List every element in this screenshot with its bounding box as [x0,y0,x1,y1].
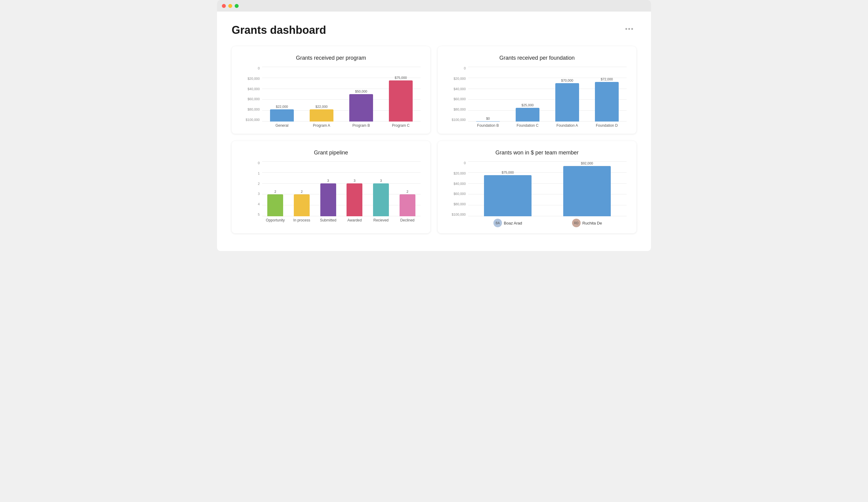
grants-per-foundation-title: Grants received per foundation [447,55,627,61]
y-axis-program: $100,000$80,000$60,000$40,000$20,0000 [241,67,260,122]
chart-body-pipeline: 223332 OpportunityIn processSubmittedAwa… [262,161,421,222]
bar-value-label: $92,000 [581,161,593,165]
bar-value-label: $72,000 [601,77,613,81]
grants-per-program-title: Grants received per program [241,55,421,61]
y-axis-label: $80,000 [241,108,260,111]
bar-group: 3 [315,161,341,216]
main-content: Grants dashboard ••• Grants received per… [217,12,651,251]
x-axis-label: In process [289,218,315,222]
y-axis-label: 0 [447,67,466,70]
grant-pipeline-card: Grant pipeline 543210 223332 Opportunity… [231,141,430,233]
bar-value-label: 2 [301,190,303,194]
x-axis-label: Foundation D [587,123,627,128]
titlebar [217,0,651,12]
bar-value-label: 3 [353,179,355,182]
bar [516,108,539,122]
y-axis-member: $100,000$80,000$60,000$40,000$20,0000 [447,161,466,216]
bar [563,166,611,216]
x-axis-label: Foundation A [547,123,587,128]
bar [320,184,336,216]
y-axis-label: 0 [447,161,466,165]
y-axis-pipeline: 543210 [241,161,260,216]
maximize-dot[interactable] [235,4,239,8]
y-axis-label: $20,000 [447,172,466,175]
bar [484,175,531,216]
bar-value-label: $75,000 [502,170,514,174]
bar-group: $70,000 [547,67,587,122]
close-dot[interactable] [222,4,226,8]
chart-body-program: $22,000$22,000$50,000$75,000 GeneralProg… [262,67,421,128]
member-name: Boaz Arad [504,221,522,226]
bar-group: $22,000 [262,67,302,122]
app-window: Grants dashboard ••• Grants received per… [217,0,651,251]
x-axis-label: Foundation C [508,123,547,128]
bar-group: 2 [289,161,315,216]
bar [267,194,283,216]
avatar: RD [572,219,581,227]
y-axis-label: $80,000 [447,108,466,111]
x-axis-label: Awarded [341,218,368,222]
bar-value-label: 3 [380,179,382,182]
y-axis-label: $60,000 [447,97,466,101]
bar-value-label: 3 [327,179,329,182]
bar [400,194,415,216]
y-axis-label: $80,000 [447,202,466,206]
bar-group: $92,000 [547,161,627,216]
y-axis-label: $100,000 [241,118,260,122]
bar-group: $75,000 [381,67,421,122]
bar [476,121,500,122]
x-axis-label: BABoaz Arad [468,216,547,227]
y-axis-label: 0 [241,67,260,70]
grants-per-member-chart: $100,000$80,000$60,000$40,000$20,0000 $7… [447,161,627,227]
y-axis-label: $100,000 [447,213,466,216]
y-axis-label: 0 [241,161,260,165]
chart-body-member: $75,000$92,000 BABoaz AradRDRuchita De [468,161,627,227]
bar-value-label: $50,000 [355,90,367,93]
x-axis-label: Recieved [368,218,394,222]
bar-value-label: $25,000 [521,103,534,107]
y-axis-label: 5 [241,213,260,216]
chart-body-foundation: $0$25,000$70,000$72,000 Foundation BFoun… [468,67,627,128]
bar-group: $0 [468,67,508,122]
minimize-dot[interactable] [228,4,232,8]
bar [347,184,362,216]
x-axis-label: Program B [341,123,381,128]
bar [389,81,413,122]
bar [373,184,389,216]
bar-value-label: $0 [486,117,490,120]
y-axis-label: 4 [241,202,260,206]
grant-pipeline-chart: 543210 223332 OpportunityIn processSubmi… [241,161,421,222]
bar-value-label: $70,000 [561,79,573,82]
y-axis-label: $20,000 [447,77,466,81]
x-axis-label: Program C [381,123,421,128]
grants-per-foundation-card: Grants received per foundation $100,000$… [438,46,637,134]
x-axis-label: Submitted [315,218,341,222]
bar-group: 2 [394,161,421,216]
bar-group: $75,000 [468,161,547,216]
bar-value-label: 2 [274,190,276,194]
bar [595,82,619,122]
grants-per-program-card: Grants received per program $100,000$80,… [231,46,430,134]
y-axis-label: $40,000 [447,87,466,91]
y-axis-label: $100,000 [447,118,466,122]
y-axis-label: $60,000 [241,97,260,101]
y-axis-label: $40,000 [241,87,260,91]
y-axis-label: $20,000 [241,77,260,81]
bar-group: 2 [262,161,289,216]
bar-value-label: $22,000 [276,105,288,108]
bar-group: 3 [368,161,394,216]
bar-group: $50,000 [341,67,381,122]
bar-group: $72,000 [587,67,627,122]
bar [270,109,294,122]
y-axis-label: $60,000 [447,192,466,196]
grants-per-member-card: Grants won in $ per team member $100,000… [438,141,637,233]
bar-value-label: $22,000 [316,105,328,108]
y-axis-label: $40,000 [447,182,466,186]
grants-per-foundation-chart: $100,000$80,000$60,000$40,000$20,0000 $0… [447,67,627,128]
member-name: Ruchita De [582,221,602,226]
bar-value-label: 2 [406,190,409,194]
x-axis-label: Declined [394,218,421,222]
bar [294,194,310,216]
page-header: Grants dashboard ••• [231,24,637,36]
more-options-button[interactable]: ••• [623,24,637,34]
